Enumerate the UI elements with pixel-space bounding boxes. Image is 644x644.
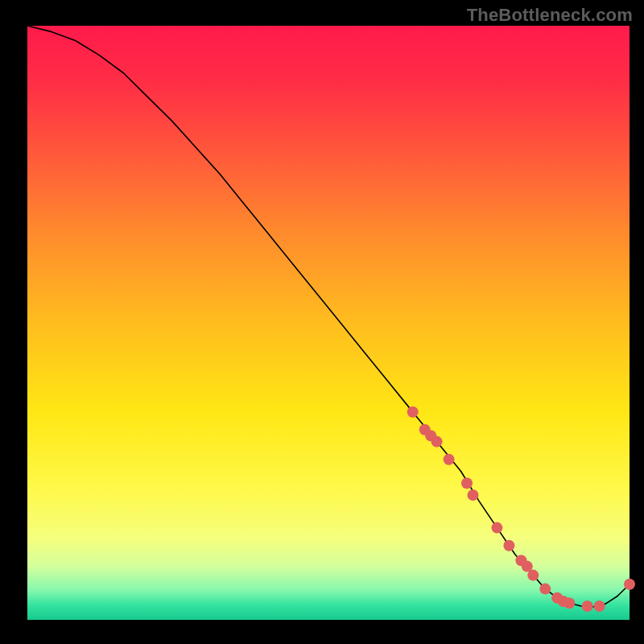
- data-marker: [407, 407, 419, 418]
- watermark-text: TheBottleneck.com: [467, 5, 633, 26]
- data-marker: [503, 540, 514, 551]
- chart-background: [27, 26, 630, 620]
- data-marker: [527, 570, 539, 581]
- bottleneck-chart: [0, 0, 644, 644]
- data-marker: [468, 489, 479, 501]
- data-marker: [491, 522, 502, 534]
- data-marker: [624, 579, 635, 590]
- data-marker: [431, 436, 443, 448]
- data-marker: [594, 601, 605, 612]
- data-marker: [539, 584, 551, 595]
- data-marker: [461, 477, 473, 489]
- data-marker: [444, 454, 455, 465]
- data-marker: [564, 597, 575, 609]
- data-marker: [582, 601, 593, 612]
